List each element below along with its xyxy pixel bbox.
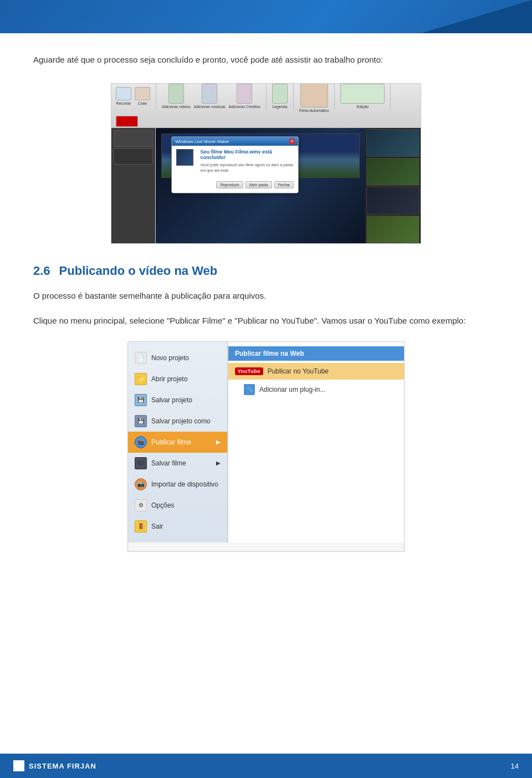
plugin-label: Adicionar um plug-in... xyxy=(259,386,325,393)
film-thumb-1 xyxy=(366,129,420,157)
mm-dialog-play-btn[interactable]: Reproduzir xyxy=(216,181,243,188)
footer: SISTEMA FIRJAN 14 xyxy=(0,754,532,778)
submenu-item-youtube[interactable]: YouTube Publicar no YouTube xyxy=(228,363,404,380)
menu-item-salvar-filme[interactable]: 🎞 Salvar filme ▶ xyxy=(128,453,227,474)
mm-dialog-titlebar: Windows Live Movie Maker ✕ xyxy=(172,137,298,146)
film-thumb-2 xyxy=(366,158,420,186)
mm-dialog-close-btn[interactable]: ✕ xyxy=(289,139,295,144)
menu-item-opcoes[interactable]: ⚙ Opções xyxy=(128,495,227,516)
menu-item-salvar-projeto-como[interactable]: 💾 Salvar projeto como xyxy=(128,411,227,432)
mm-dialog-close-button[interactable]: Fechar xyxy=(274,181,294,188)
section-heading: 2.6 Publicando o vídeo na Web xyxy=(33,264,499,278)
mm-toolbar-group2: Colar xyxy=(135,87,150,105)
submenu-item-plugin[interactable]: 🔧 Adicionar um plug-in... xyxy=(237,380,404,400)
disk2-icon: 💾 xyxy=(135,415,147,427)
mm-toolbar-group5: Adicionar Créditos xyxy=(229,84,260,109)
mm-toolbar-group: Recortar xyxy=(116,87,131,105)
mm-dialog-heading: Seu filme Meu Filme.wmv está concluído! xyxy=(200,149,294,160)
film-icon: 🎞 xyxy=(135,457,147,469)
screenshot-movie-maker: Recortar Colar Adicionar vídeos Adiciona… xyxy=(111,83,421,244)
film-thumb-4 xyxy=(366,216,420,243)
menu-item-abrir-projeto[interactable]: 📁 Abrir projeto xyxy=(128,368,227,390)
mm-toolbar-group7: Filme Automático xyxy=(299,83,329,112)
main-content: Aguarde até que o processo seja concluíd… xyxy=(0,33,532,585)
menu-arrow-film: ▶ xyxy=(216,460,221,466)
menu-item-sair[interactable]: 🚪 Sair xyxy=(128,516,227,537)
mm-dialog-open-folder-btn[interactable]: Abrir pasta xyxy=(245,181,272,188)
footer-logo: SISTEMA FIRJAN xyxy=(13,760,96,771)
options-icon: ⚙ xyxy=(135,499,147,511)
mm-dialog-thumbnail xyxy=(176,149,193,166)
menu-right: Publicar filme na Web YouTube Publicar n… xyxy=(228,342,404,542)
footer-page-number: 14 xyxy=(511,762,519,770)
section-title: Publicando o vídeo na Web xyxy=(59,264,218,278)
menu-item-salvar-projeto[interactable]: 💾 Salvar projeto xyxy=(128,390,227,411)
youtube-badge: YouTube xyxy=(235,367,263,375)
mm-toolbar-group4: Adicionar músicas xyxy=(194,84,226,109)
menu-body: 📄 Novo projeto 📁 Abrir projeto 💾 Salvar … xyxy=(128,342,404,542)
folder-icon: 📁 xyxy=(135,373,147,385)
mm-dialog-body: Você pode reproduzir seu filme agora ou … xyxy=(200,162,294,173)
menu-item-novo-projeto[interactable]: 📄 Novo projeto xyxy=(128,347,227,368)
intro-paragraph: Aguarde até que o processo seja concluíd… xyxy=(33,53,499,66)
section-number: 2.6 xyxy=(33,264,50,278)
header-bar xyxy=(0,0,532,33)
footer-logo-text: SISTEMA FIRJAN xyxy=(29,762,96,770)
doc-icon: 📄 xyxy=(135,352,147,364)
mm-toolbar-group6: Legenda xyxy=(272,84,288,109)
disk-icon: 💾 xyxy=(135,394,147,406)
submenu-heading: Publicar filme na Web xyxy=(228,346,404,361)
body-text-2: Clique no menu principal, selecione "Pub… xyxy=(33,314,499,328)
body-text-1: O processo é bastante semelhante à publi… xyxy=(33,289,499,303)
youtube-label: Publicar no YouTube xyxy=(268,367,329,375)
menu-item-importar[interactable]: 📷 Importar de dispositivo xyxy=(128,474,227,495)
mm-dialog: Windows Live Movie Maker ✕ Seu filme Meu… xyxy=(171,136,299,193)
mm-toolbar-group8: Edição xyxy=(340,84,385,109)
menu-arrow: ▶ xyxy=(216,439,221,445)
menu-item-publicar-filme[interactable]: 🎬 Publicar filme ▶ xyxy=(128,432,227,453)
mm-preview: Windows Live Movie Maker ✕ Seu filme Meu… xyxy=(156,128,421,244)
film-thumb-3 xyxy=(366,187,420,214)
mm-body: Windows Live Movie Maker ✕ Seu filme Meu… xyxy=(111,128,421,244)
mm-filmstrip xyxy=(365,128,421,244)
publish-icon: 🎬 xyxy=(135,436,147,448)
import-icon: 📷 xyxy=(135,478,147,490)
exit-icon: 🚪 xyxy=(135,520,147,533)
mm-dialog-buttons: Reproduzir Abrir pasta Fechar xyxy=(176,181,294,188)
screenshot-menu: 📄 Novo projeto 📁 Abrir projeto 💾 Salvar … xyxy=(127,341,405,552)
mm-toolbar: Recortar Colar Adicionar vídeos Adiciona… xyxy=(111,84,421,128)
footer-logo-box xyxy=(13,760,24,771)
mm-sidebar xyxy=(111,128,156,244)
mm-toolbar-group3: Adicionar vídeos xyxy=(162,84,191,109)
plugin-icon: 🔧 xyxy=(244,384,255,395)
menu-left: 📄 Novo projeto 📁 Abrir projeto 💾 Salvar … xyxy=(128,342,228,542)
